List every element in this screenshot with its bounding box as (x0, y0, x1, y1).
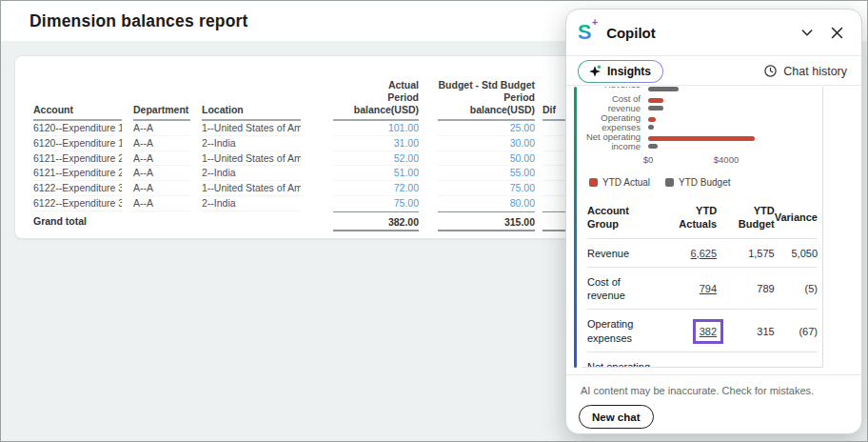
column-header-budget-line1: Budget - Std Budget (438, 79, 535, 91)
budget-value-link[interactable]: 75.00 (438, 181, 535, 196)
budget-value-link[interactable]: 50.00 (438, 151, 535, 167)
column-header-account: Account (33, 104, 122, 121)
budget-value-link[interactable]: 80.00 (438, 196, 535, 211)
chart-bars (648, 87, 817, 91)
table-row: 6121--Expenditure 2A--A2--India51.0055.0… (33, 166, 590, 181)
copilot-table-row: Revenue6,6251,5755,050 (587, 238, 818, 267)
grand-total-budget: 315.00 (438, 211, 535, 231)
actual-value-link[interactable]: 52.00 (333, 151, 419, 167)
insights-card: RevenueCost of revenueOperating expenses… (582, 87, 823, 368)
copilot-column-header: YTD Actuals (658, 197, 717, 238)
chart-category-group: Net operating income (583, 132, 817, 151)
copilot-header: S+ Copilot (566, 10, 861, 56)
copilot-column-header: Variance (775, 197, 818, 238)
table-row: 6120--Expenditure 1A--A2--India31.0030.0… (33, 136, 590, 151)
location-cell: 2--India (202, 136, 301, 151)
column-header-budget: Budget - Std Budget Period balance(USD) (438, 79, 535, 121)
variance-cell: 4,978 (775, 352, 818, 368)
chart-legend: YTD ActualYTD Budget (589, 174, 817, 190)
column-header-actual-line1: Actual (333, 79, 419, 91)
legend-swatch (665, 178, 674, 187)
location-cell: 1--United States of America (202, 121, 301, 136)
report-table-header-row: Account Department Location Actual Perio… (33, 79, 590, 121)
ytd-actuals-cell: 5,449 (658, 352, 717, 368)
bar-ytd-budget (648, 144, 658, 149)
location-cell: 1--United States of America (202, 181, 301, 196)
actual-value-link[interactable]: 51.00 (333, 166, 419, 181)
account-group-cell: Net operating income (587, 352, 658, 368)
copilot-logo-icon: S+ (578, 22, 598, 43)
variance-cell: (5) (775, 267, 818, 310)
table-row: 6122--Expenditure 3A--A1--United States … (33, 181, 590, 196)
copilot-table-row: Net operating income5,4494714,978 (587, 352, 818, 368)
actual-value-link[interactable]: 75.00 (333, 196, 419, 211)
grand-total-row: Grand total382.00315.00 (33, 211, 590, 231)
x-axis-tick: $4000 (714, 154, 739, 165)
ytd-actuals-link[interactable]: 6,625 (691, 248, 718, 259)
insights-button-label: Insights (607, 65, 651, 78)
actual-value-link[interactable]: 101.00 (333, 121, 419, 136)
variance-cell: 5,050 (775, 238, 818, 267)
location-cell: 2--India (202, 166, 301, 181)
chat-history-icon (763, 64, 778, 78)
bar-ytd-budget (648, 125, 654, 130)
chart-category-label: Net operating income (583, 132, 641, 152)
copilot-column-header: YTD Budget (717, 197, 775, 238)
budget-value-link[interactable]: 25.00 (438, 121, 535, 136)
legend-label: YTD Actual (602, 177, 650, 188)
ai-disclaimer-text: AI content may be inaccurate. Check for … (581, 385, 814, 396)
table-row: 6120--Expenditure 1A--A1--United States … (33, 121, 590, 136)
department-cell: A--A (133, 136, 190, 151)
chart-category-group: Cost of revenue (583, 94, 817, 113)
budget-value-link[interactable]: 55.00 (438, 166, 535, 181)
chat-history-button[interactable]: Chat history (763, 64, 847, 78)
chart-bars (648, 98, 817, 110)
actual-value-link[interactable]: 72.00 (333, 181, 419, 196)
ytd-budget-cell: 789 (717, 267, 775, 310)
copilot-column-header: Account Group (587, 197, 658, 238)
copilot-toolbar: Insights Chat history (566, 57, 861, 86)
copilot-title: Copilot (606, 25, 656, 41)
column-header-budget-line2: Period balance(USD) (438, 91, 535, 116)
column-header-actual: Actual Period balance(USD) (333, 79, 419, 121)
grand-total-actual: 382.00 (333, 211, 419, 231)
ytd-budget-cell: 471 (717, 352, 775, 368)
copilot-table-row: Operating expenses382315(67) (587, 310, 818, 352)
collapse-panel-button[interactable] (799, 25, 815, 40)
legend-swatch (589, 178, 598, 187)
copilot-logo-s: S (578, 20, 592, 44)
x-axis-tick: $0 (643, 154, 654, 165)
account-group-table: Account GroupYTD ActualsYTD BudgetVarian… (587, 197, 818, 368)
department-cell: A--A (133, 151, 190, 167)
copilot-footer: AI content may be inaccurate. Check for … (566, 374, 861, 433)
ytd-actuals-link[interactable]: 794 (700, 283, 717, 294)
ytd-actuals-cell: 382 (658, 310, 717, 352)
report-table-body: 6120--Expenditure 1A--A1--United States … (33, 121, 590, 231)
copilot-logo-plus: + (592, 16, 598, 28)
account-cell: 6122--Expenditure 3 (33, 181, 122, 196)
account-cell: 6121--Expenditure 2 (33, 166, 122, 181)
legend-item: YTD Budget (665, 177, 730, 188)
copilot-insights-body: RevenueCost of revenueOperating expenses… (566, 87, 861, 368)
actual-value-link[interactable]: 31.00 (333, 136, 419, 151)
account-group-cell: Operating expenses (587, 310, 658, 352)
chat-history-label: Chat history (783, 65, 847, 78)
bar-ytd-budget (648, 106, 663, 110)
ytd-actuals-cell: 794 (658, 267, 717, 310)
legend-item: YTD Actual (589, 177, 650, 188)
ytd-actuals-link-highlighted[interactable]: 382 (700, 326, 717, 337)
app-window: Account Department Location Actual Perio… (0, 0, 868, 442)
report-table: Account Department Location Actual Perio… (33, 79, 590, 231)
account-cell: 6122--Expenditure 3 (33, 196, 122, 211)
chart-category-label: Cost of revenue (583, 94, 641, 114)
table-row: 6121--Expenditure 2A--A1--United States … (33, 151, 590, 167)
location-cell: 2--India (202, 196, 301, 211)
close-panel-button[interactable] (829, 25, 845, 41)
insights-button[interactable]: Insights (578, 60, 663, 83)
budget-value-link[interactable]: 30.00 (438, 136, 535, 151)
chart-category-group: Operating expenses (583, 113, 817, 132)
new-chat-button[interactable]: New chat (579, 405, 654, 429)
grand-total-label: Grand total (33, 211, 122, 231)
chart-bars (648, 136, 817, 149)
column-header-department: Department (133, 104, 190, 121)
